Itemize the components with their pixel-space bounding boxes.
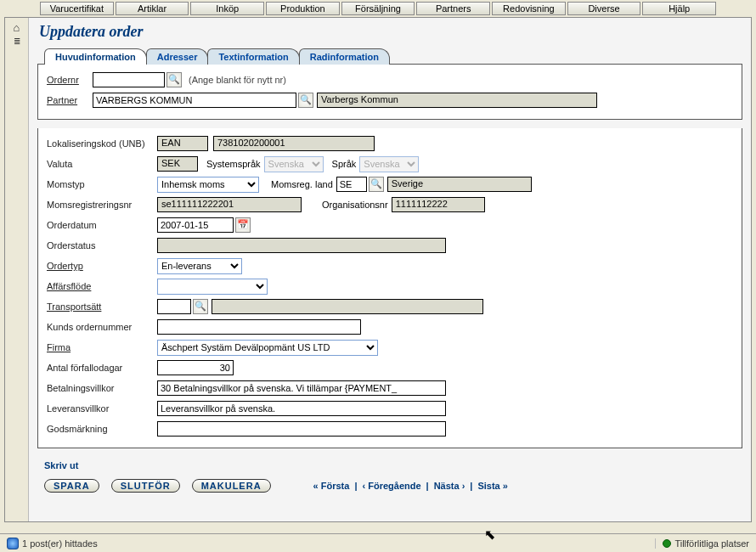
status-bar: 1 post(er) hittades Tillförlitliga plats… (0, 533, 756, 552)
nav-next[interactable]: Nästa › (434, 481, 465, 491)
panel-order-header: Ordernr 🔍 (Ange blankt för nytt nr) Part… (37, 65, 742, 120)
lookup-momsreg-icon[interactable]: 🔍 (369, 177, 384, 192)
menu-hjalp[interactable]: Hjälp (642, 2, 716, 15)
nav-prev[interactable]: ‹ Föregående (362, 481, 420, 491)
left-gutter: ⌂ ≣ (5, 18, 29, 521)
select-systemsprak: Svenska (264, 156, 324, 172)
select-firma[interactable]: Äschpert Systäm Devälpopmänt US LTD (157, 340, 378, 356)
lookup-ordernr-icon[interactable]: 🔍 (166, 72, 182, 87)
label-affarsflode: Affärsflöde (47, 281, 157, 291)
status-zone: Tillförlitliga platser (674, 538, 749, 549)
menu-varucertifikat[interactable]: Varucertifikat (40, 2, 114, 15)
label-ordertyp: Ordertyp (47, 261, 157, 271)
lookup-partner-icon[interactable]: 🔍 (298, 93, 313, 108)
tab-textinformation[interactable]: Textinformation (207, 48, 299, 65)
nav-last[interactable]: Sista » (477, 481, 507, 491)
link-print[interactable]: Skriv ut (44, 460, 78, 470)
display-transportsatt (212, 299, 483, 314)
home-icon[interactable]: ⌂ (5, 21, 28, 35)
label-firma: Firma (47, 342, 157, 352)
display-momsreg: Sverige (387, 177, 532, 192)
input-ordernr[interactable] (93, 72, 165, 87)
tab-radinformation[interactable]: Radinformation (299, 48, 390, 65)
trusted-icon (663, 539, 671, 548)
menu-produktion[interactable]: Produktion (266, 2, 340, 15)
tab-adresser[interactable]: Adresser (146, 48, 209, 65)
display-unb-value: 7381020200001 (213, 136, 375, 151)
top-menu: Varucertifikat Artiklar Inköp Produktion… (0, 0, 756, 17)
input-transportsatt[interactable] (157, 299, 191, 314)
input-levvillkor[interactable] (157, 401, 446, 416)
label-valuta: Valuta (47, 159, 157, 169)
label-godsmark: Godsmärkning (47, 424, 157, 434)
label-momsregnr: Momsregistreringsnr (47, 200, 157, 210)
label-partner: Partner (47, 95, 93, 105)
label-levvillkor: Leveransvillkor (47, 403, 157, 414)
label-forfall: Antal förfallodagar (47, 363, 157, 373)
display-valuta: SEK (157, 156, 198, 172)
input-momsreg[interactable] (336, 177, 367, 192)
select-affarsflode[interactable] (157, 279, 268, 295)
footer: Skriv ut SPARA SLUTFÖR MAKULERA « Första… (37, 457, 742, 496)
save-button[interactable]: SPARA (44, 479, 99, 493)
input-kundorder[interactable] (157, 319, 361, 335)
panel-order-details: Lokaliseringskod (UNB) EAN 7381020200001… (37, 128, 742, 448)
tab-bar: Huvudinformation Adresser Textinformatio… (37, 48, 742, 65)
display-momsregnr: se111111222201 (157, 197, 302, 212)
menu-artiklar[interactable]: Artiklar (116, 2, 189, 15)
select-sprak: Svenska (359, 156, 419, 172)
label-systemsprak: Systemspråk (206, 159, 261, 169)
ie-icon (7, 538, 19, 549)
display-orderstatus (157, 238, 446, 253)
hint-ordernr: (Ange blankt för nytt nr) (189, 75, 286, 85)
label-sprak: Språk (332, 159, 357, 169)
select-momstyp[interactable]: Inhemsk moms (157, 177, 259, 193)
menu-forsaljning[interactable]: Försäljning (341, 2, 415, 15)
input-partner[interactable] (93, 93, 296, 108)
input-betvillkor[interactable] (157, 380, 446, 396)
label-momsreg: Momsreg. land (271, 179, 333, 189)
nav-first[interactable]: « Första (313, 481, 350, 491)
calendar-icon[interactable]: 📅 (235, 217, 251, 233)
input-orderdatum[interactable] (157, 217, 234, 233)
select-ordertyp[interactable]: En-leverans (157, 258, 242, 274)
menu-icon[interactable]: ≣ (5, 35, 28, 48)
label-ordernr: Ordernr (47, 75, 93, 85)
lookup-transportsatt-icon[interactable]: 🔍 (193, 299, 208, 314)
display-partner: Varbergs Kommun (317, 93, 597, 108)
input-forfall[interactable] (157, 360, 234, 375)
menu-diverse[interactable]: Diverse (567, 2, 641, 15)
tab-huvudinformation[interactable]: Huvudinformation (44, 48, 147, 65)
menu-redovisning[interactable]: Redovisning (492, 2, 566, 15)
label-betvillkor: Betalningsvillkor (47, 383, 157, 393)
label-momstyp: Momstyp (47, 179, 157, 189)
label-orderdatum: Orderdatum (47, 220, 157, 230)
input-godsmark[interactable] (157, 421, 446, 437)
label-orgnr: Organisationsnr (322, 200, 388, 210)
label-kundorder: Kunds ordernummer (47, 322, 157, 332)
menu-partners[interactable]: Partners (416, 2, 490, 15)
cancel-button[interactable]: MAKULERA (192, 479, 271, 493)
display-unb-code: EAN (157, 136, 208, 151)
page-title: Uppdatera order (39, 23, 742, 41)
label-unb: Lokaliseringskod (UNB) (47, 138, 157, 149)
label-orderstatus: Orderstatus (47, 240, 157, 251)
menu-inkop[interactable]: Inköp (190, 2, 264, 15)
finish-button[interactable]: SLUTFÖR (111, 479, 180, 493)
label-transportsatt: Transportsätt (47, 301, 157, 312)
status-text: 1 post(er) hittades (22, 538, 98, 549)
display-orgnr: 1111112222 (392, 197, 485, 212)
